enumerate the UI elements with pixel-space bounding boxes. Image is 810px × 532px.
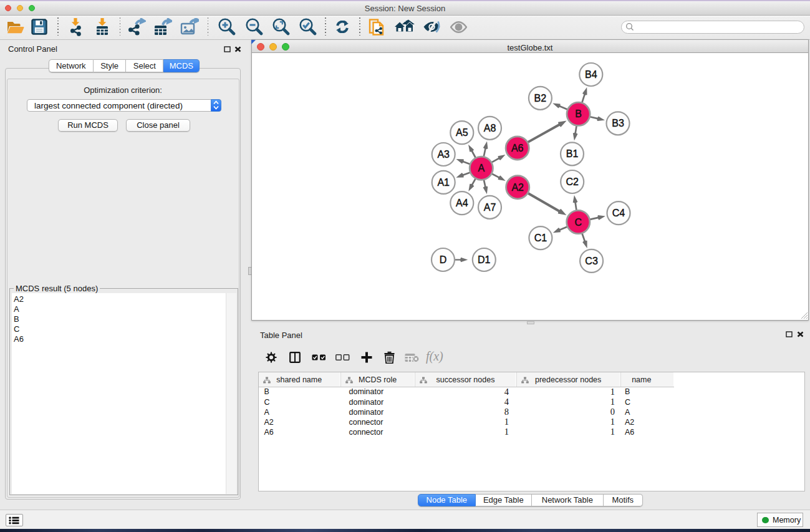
svg-text:D: D bbox=[440, 254, 447, 265]
svg-text:A2: A2 bbox=[511, 182, 524, 193]
svg-text:B3: B3 bbox=[612, 118, 624, 128]
svg-text:C4: C4 bbox=[612, 208, 625, 218]
svg-text:B1: B1 bbox=[566, 148, 579, 159]
svg-text:C2: C2 bbox=[566, 177, 579, 187]
svg-text:B2: B2 bbox=[534, 93, 547, 104]
svg-text:D1: D1 bbox=[478, 254, 491, 265]
svg-text:C3: C3 bbox=[585, 256, 598, 266]
svg-text:C: C bbox=[575, 217, 582, 228]
svg-text:B4: B4 bbox=[585, 69, 597, 80]
svg-text:B: B bbox=[575, 109, 582, 119]
svg-text:A: A bbox=[478, 163, 485, 173]
svg-text:A4: A4 bbox=[456, 198, 468, 208]
svg-text:C1: C1 bbox=[534, 233, 547, 243]
svg-text:A8: A8 bbox=[484, 123, 496, 133]
svg-text:A7: A7 bbox=[484, 202, 496, 213]
svg-text:A5: A5 bbox=[456, 127, 468, 138]
svg-text:A1: A1 bbox=[437, 177, 450, 188]
svg-text:A3: A3 bbox=[437, 149, 450, 160]
svg-text:A6: A6 bbox=[511, 143, 524, 153]
